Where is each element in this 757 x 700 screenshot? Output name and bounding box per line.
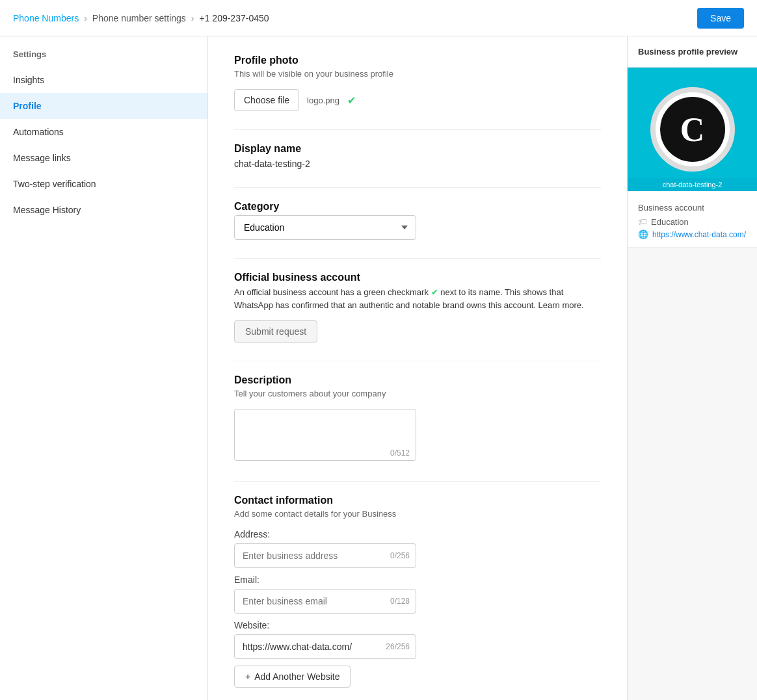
phone-number-settings-link[interactable]: Phone number settings [92, 13, 186, 23]
official-account-desc: An official business account has a green… [234, 286, 601, 311]
divider-5 [234, 481, 601, 482]
add-website-button[interactable]: + Add Another Website [234, 666, 351, 688]
address-label: Address: [234, 529, 601, 539]
sidebar-item-message-history[interactable]: Message History [0, 197, 207, 223]
topbar: Phone Numbers › Phone number settings › … [0, 0, 757, 36]
preview-image-container: C chat-data-testing-2 [628, 68, 757, 191]
official-account-title: Official business account [234, 272, 601, 283]
separator-2: › [191, 13, 194, 23]
preview-website-row: 🌐 https://www.chat-data.com/ [638, 229, 747, 239]
file-name: logo.png [307, 96, 339, 105]
preview-website-link[interactable]: https://www.chat-data.com/ [652, 230, 746, 239]
sidebar-settings-label: Settings [0, 49, 207, 67]
category-title: Category [234, 201, 601, 213]
divider-1 [234, 129, 601, 130]
contact-info-title: Contact information [234, 495, 601, 506]
preview-title: Business profile preview [628, 36, 757, 68]
display-name-section: Display name chat-data-testing-2 [234, 143, 601, 169]
profile-photo-title: Profile photo [234, 55, 601, 66]
choose-file-row: Choose file logo.png ✔ [234, 89, 601, 111]
preview-info: Business account 🏷 Education 🌐 https://w… [628, 191, 757, 248]
description-char-count: 0/512 [390, 448, 410, 458]
divider-3 [234, 258, 601, 259]
email-char-count: 0/128 [390, 597, 410, 606]
official-desc-part1: An official business account has a green… [234, 287, 429, 297]
profile-photo-subtitle: This will be visible on your business pr… [234, 69, 601, 79]
website-input-container: https://www.chat-data.com/ 26/256 [234, 634, 416, 659]
category-select[interactable]: Education Technology Finance Healthcare … [234, 215, 416, 240]
preview-category-row: 🏷 Education [638, 216, 747, 227]
address-char-count: 0/256 [390, 551, 410, 560]
green-checkmark-icon: ✔ [431, 287, 441, 297]
submit-request-button[interactable]: Submit request [234, 320, 317, 343]
choose-file-button[interactable]: Choose file [234, 89, 299, 111]
sidebar-item-profile[interactable]: Profile [0, 93, 207, 119]
sidebar-item-insights[interactable]: Insights [0, 67, 207, 93]
profile-photo-section: Profile photo This will be visible on yo… [234, 55, 601, 111]
address-input-container: 0/256 [234, 543, 416, 568]
address-input[interactable] [234, 543, 416, 568]
preview-name-overlay: chat-data-testing-2 [628, 178, 757, 191]
preview-logo-inner: C [660, 97, 725, 162]
sidebar: Settings Insights Profile Automations Me… [0, 36, 208, 700]
divider-4 [234, 361, 601, 361]
phone-numbers-link[interactable]: Phone Numbers [13, 13, 79, 23]
official-account-section: Official business account An official bu… [234, 272, 601, 343]
save-button[interactable]: Save [697, 8, 744, 29]
description-section: Description Tell your customers about yo… [234, 374, 601, 463]
sidebar-item-two-step[interactable]: Two-step verification [0, 171, 207, 197]
file-check-icon: ✔ [347, 94, 356, 107]
preview-account-type: Business account [638, 199, 747, 216]
description-subtitle: Tell your customers about your company [234, 389, 601, 398]
globe-icon: 🌐 [638, 229, 648, 239]
website-label: Website: [234, 620, 601, 630]
email-label: Email: [234, 575, 601, 585]
divider-2 [234, 187, 601, 188]
tag-icon: 🏷 [638, 216, 647, 227]
display-name-title: Display name [234, 143, 601, 155]
sidebar-item-message-links[interactable]: Message links [0, 145, 207, 171]
category-section: Category Education Technology Finance He… [234, 201, 601, 240]
email-input[interactable] [234, 589, 416, 614]
breadcrumb: Phone Numbers › Phone number settings › … [13, 13, 269, 23]
plus-icon: + [245, 671, 250, 682]
description-textarea[interactable] [234, 409, 416, 461]
add-website-label: Add Another Website [254, 671, 339, 682]
separator-1: › [84, 13, 87, 23]
preview-panel: Business profile preview C chat-data-tes… [627, 36, 757, 700]
main-layout: Settings Insights Profile Automations Me… [0, 36, 757, 700]
email-input-container: 0/128 [234, 589, 416, 614]
description-title: Description [234, 374, 601, 386]
contact-info-subtitle: Add some contact details for your Busine… [234, 509, 601, 519]
content-area: Profile photo This will be visible on yo… [208, 36, 627, 700]
display-name-value: chat-data-testing-2 [234, 159, 601, 169]
preview-category: Education [651, 217, 689, 227]
sidebar-item-automations[interactable]: Automations [0, 119, 207, 145]
preview-logo-circle: C [650, 87, 735, 172]
website-char-count: 26/256 [386, 642, 410, 651]
contact-info-section: Contact information Add some contact det… [234, 495, 601, 688]
current-phone-number: +1 209-237-0450 [200, 13, 269, 23]
